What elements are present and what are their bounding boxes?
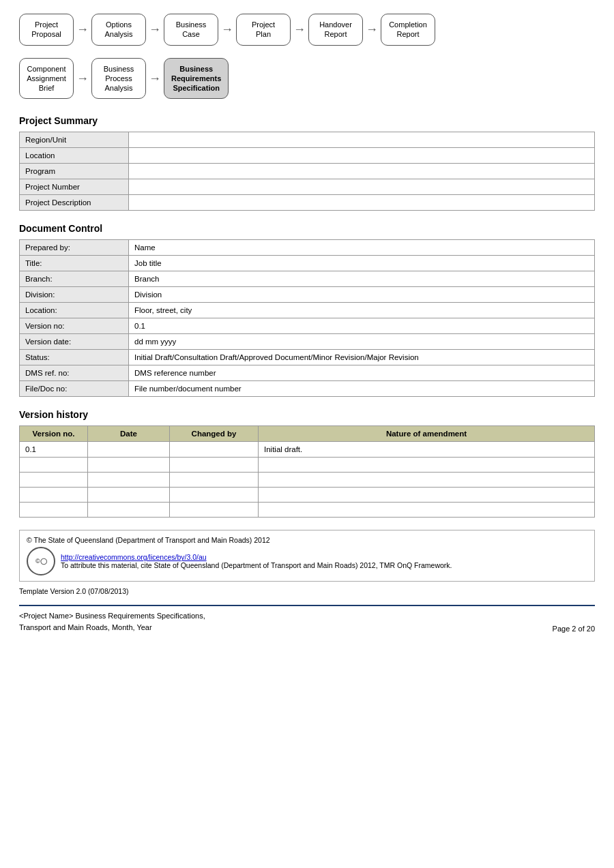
version-nature-cell (259, 488, 595, 503)
project-summary-heading: Project Summary (19, 115, 595, 126)
version-history-col-header: Nature of amendment (259, 426, 595, 442)
page-footer-left: <Project Name> Business Requirements Spe… (19, 610, 205, 633)
version-history-heading: Version history (19, 409, 595, 420)
value-cell: Floor, street, city (129, 303, 595, 318)
flow-node-handover-report: HandoverReport (308, 14, 363, 46)
value-cell: DMS reference number (129, 365, 595, 381)
value-cell (129, 195, 595, 211)
footer-left-line2: Transport and Main Roads, Month, Year (19, 622, 205, 633)
table-row: Title:Job title (20, 256, 595, 271)
label-cell: File/Doc no: (20, 381, 129, 397)
value-cell: dd mm yyyy (129, 334, 595, 350)
table-row (20, 488, 595, 503)
label-cell: Status: (20, 350, 129, 365)
label-cell: DMS ref. no: (20, 365, 129, 381)
flow-arrow-3: → (221, 23, 233, 37)
table-row: Version date:dd mm yyyy (20, 334, 595, 350)
value-cell (129, 148, 595, 164)
cc-link[interactable]: http://creativecommons.org/licences/by/3… (61, 553, 207, 561)
page: ProjectProposal → OptionsAnalysis → Busi… (0, 0, 614, 868)
version-number-cell (20, 488, 88, 503)
flow-arrow-5: → (366, 23, 378, 37)
table-row: Project Description (20, 195, 595, 211)
value-cell: Division (129, 287, 595, 303)
table-row (20, 503, 595, 518)
table-row: Prepared by:Name (20, 240, 595, 256)
table-row: Location:Floor, street, city (20, 303, 595, 318)
value-cell (129, 132, 595, 148)
version-history-table: Version no.DateChanged byNature of amend… (19, 425, 595, 518)
version-date-cell (88, 488, 170, 503)
cc-line: © ◯ http://creativecommons.org/licences/… (27, 547, 587, 575)
label-cell: Version date: (20, 334, 129, 350)
flow-node-completion-report: CompletionReport (381, 14, 435, 46)
version-number-cell (20, 473, 88, 488)
label-cell: Program (20, 164, 129, 179)
copyright-line: © The State of Queensland (Department of… (27, 536, 587, 544)
project-summary-table: Region/UnitLocationProgramProject Number… (19, 132, 595, 211)
value-cell: Name (129, 240, 595, 256)
table-row: DMS ref. no:DMS reference number (20, 365, 595, 381)
flow-node-options-analysis: OptionsAnalysis (91, 14, 146, 46)
value-cell (129, 164, 595, 179)
version-changed-cell (170, 442, 259, 458)
label-cell: Division: (20, 287, 129, 303)
flow-node-business-requirements-specification: BusinessRequirementsSpecification (164, 58, 229, 100)
flow-node-business-process-analysis: BusinessProcessAnalysis (91, 58, 146, 100)
flow-node-project-proposal: ProjectProposal (19, 14, 74, 46)
table-row: Status:Initial Draft/Consultation Draft/… (20, 350, 595, 365)
label-cell: Location: (20, 303, 129, 318)
version-changed-cell (170, 488, 259, 503)
flow-node-business-case: BusinessCase (164, 14, 218, 46)
footer-box: © The State of Queensland (Department of… (19, 530, 595, 582)
label-cell: Project Number (20, 179, 129, 195)
table-row: Division:Division (20, 287, 595, 303)
table-row: Project Number (20, 179, 595, 195)
table-row: Version no:0.1 (20, 318, 595, 334)
version-date-cell (88, 442, 170, 458)
version-date-cell (88, 473, 170, 488)
flow-bottom-diagram: ComponentAssignmentBrief → BusinessProce… (19, 58, 595, 100)
value-cell: 0.1 (129, 318, 595, 334)
version-nature-cell: Initial draft. (259, 442, 595, 458)
label-cell: Project Description (20, 195, 129, 211)
table-row: 0.1 Initial draft. (20, 442, 595, 458)
value-cell (129, 179, 595, 195)
attribution-line: To attribute this material, cite State o… (61, 561, 452, 569)
version-changed-cell (170, 458, 259, 473)
flow-arrow-2: → (149, 23, 161, 37)
flow-arrow-b2: → (149, 72, 161, 86)
version-number-cell (20, 458, 88, 473)
label-cell: Prepared by: (20, 240, 129, 256)
value-cell: File number/document number (129, 381, 595, 397)
flow-arrow-1: → (76, 23, 89, 37)
label-cell: Branch: (20, 271, 129, 287)
label-cell: Version no: (20, 318, 129, 334)
version-history-col-header: Changed by (170, 426, 259, 442)
version-history-col-header: Version no. (20, 426, 88, 442)
page-footer: <Project Name> Business Requirements Spe… (19, 605, 595, 633)
version-nature-cell (259, 503, 595, 518)
page-footer-right: Page 2 of 20 (553, 625, 595, 633)
label-cell: Location (20, 148, 129, 164)
document-control-heading: Document Control (19, 223, 595, 234)
flow-node-project-plan: ProjectPlan (236, 14, 291, 46)
version-number-cell: 0.1 (20, 442, 88, 458)
document-control-table: Prepared by:NameTitle:Job titleBranch:Br… (19, 239, 595, 397)
template-version: Template Version 2.0 (07/08/2013) (19, 587, 595, 595)
table-row: File/Doc no:File number/document number (20, 381, 595, 397)
flow-arrow-b1: → (76, 72, 89, 86)
flow-node-component-assignment-brief: ComponentAssignmentBrief (19, 58, 74, 100)
version-history-col-header: Date (88, 426, 170, 442)
label-cell: Title: (20, 256, 129, 271)
value-cell: Initial Draft/Consultation Draft/Approve… (129, 350, 595, 365)
version-date-cell (88, 503, 170, 518)
table-row (20, 458, 595, 473)
table-row: Branch:Branch (20, 271, 595, 287)
version-nature-cell (259, 473, 595, 488)
version-number-cell (20, 503, 88, 518)
label-cell: Region/Unit (20, 132, 129, 148)
version-changed-cell (170, 473, 259, 488)
footer-left-line1: <Project Name> Business Requirements Spe… (19, 610, 205, 622)
table-row: Location (20, 148, 595, 164)
